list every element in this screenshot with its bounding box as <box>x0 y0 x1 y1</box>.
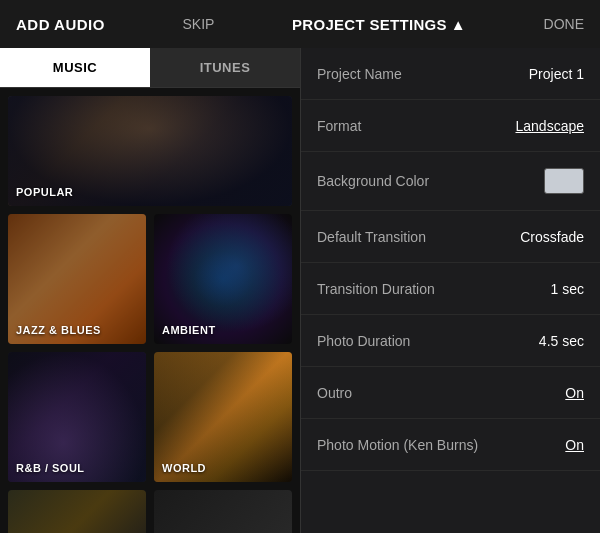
main-content: MUSIC ITUNES POPULAR JAZZ & BLUES AMBIEN… <box>0 48 600 533</box>
photo-motion-label: Photo Motion (Ken Burns) <box>317 437 478 453</box>
music-card-popular-label: POPULAR <box>16 186 73 198</box>
music-row-jazz-ambient: JAZZ & BLUES AMBIENT <box>8 214 292 344</box>
add-audio-label: ADD AUDIO <box>16 16 105 33</box>
photo-duration-label: Photo Duration <box>317 333 410 349</box>
music-row-popular: POPULAR <box>8 96 292 206</box>
outro-value[interactable]: On <box>565 385 584 401</box>
transition-duration-value: 1 sec <box>551 281 584 297</box>
music-card-popular[interactable]: POPULAR <box>8 96 292 206</box>
music-row-rnb-world: R&B / SOUL WORLD <box>8 352 292 482</box>
settings-row-photo-motion[interactable]: Photo Motion (Ken Burns) On <box>301 419 600 471</box>
music-card-ambient[interactable]: AMBIENT <box>154 214 292 344</box>
background-color-label: Background Color <box>317 173 429 189</box>
music-card-partial-1[interactable] <box>8 490 146 533</box>
outro-label: Outro <box>317 385 352 401</box>
music-grid: POPULAR JAZZ & BLUES AMBIENT R&B / SOUL … <box>0 88 300 533</box>
settings-row-outro[interactable]: Outro On <box>301 367 600 419</box>
app-header: ADD AUDIO SKIP PROJECT SETTINGS ▲ DONE <box>0 0 600 48</box>
skip-button[interactable]: SKIP <box>183 16 215 32</box>
tab-itunes[interactable]: ITUNES <box>150 48 300 87</box>
photo-motion-value[interactable]: On <box>565 437 584 453</box>
format-label: Format <box>317 118 361 134</box>
left-panel: MUSIC ITUNES POPULAR JAZZ & BLUES AMBIEN… <box>0 48 300 533</box>
music-card-ambient-label: AMBIENT <box>162 324 216 336</box>
done-button[interactable]: DONE <box>544 16 584 32</box>
format-value[interactable]: Landscape <box>515 118 584 134</box>
default-transition-value: Crossfade <box>520 229 584 245</box>
right-panel-settings: Project Name Project 1 Format Landscape … <box>300 48 600 533</box>
music-row-partial <box>8 490 292 533</box>
music-card-world[interactable]: WORLD <box>154 352 292 482</box>
project-name-value: Project 1 <box>529 66 584 82</box>
music-card-jazz-label: JAZZ & BLUES <box>16 324 101 336</box>
background-color-swatch[interactable] <box>544 168 584 194</box>
settings-row-background-color[interactable]: Background Color <box>301 152 600 211</box>
project-settings-button[interactable]: PROJECT SETTINGS <box>292 16 447 33</box>
tab-bar: MUSIC ITUNES <box>0 48 300 88</box>
settings-row-format[interactable]: Format Landscape <box>301 100 600 152</box>
default-transition-label: Default Transition <box>317 229 426 245</box>
photo-duration-value: 4.5 sec <box>539 333 584 349</box>
music-card-jazz[interactable]: JAZZ & BLUES <box>8 214 146 344</box>
project-name-label: Project Name <box>317 66 402 82</box>
settings-row-transition-duration[interactable]: Transition Duration 1 sec <box>301 263 600 315</box>
music-card-rnb[interactable]: R&B / SOUL <box>8 352 146 482</box>
tab-music[interactable]: MUSIC <box>0 48 150 87</box>
music-card-rnb-label: R&B / SOUL <box>16 462 85 474</box>
transition-duration-label: Transition Duration <box>317 281 435 297</box>
chevron-up-icon: ▲ <box>451 16 466 33</box>
settings-row-project-name[interactable]: Project Name Project 1 <box>301 48 600 100</box>
music-card-partial-2[interactable] <box>154 490 292 533</box>
music-card-world-label: WORLD <box>162 462 206 474</box>
settings-row-photo-duration[interactable]: Photo Duration 4.5 sec <box>301 315 600 367</box>
settings-row-default-transition[interactable]: Default Transition Crossfade <box>301 211 600 263</box>
